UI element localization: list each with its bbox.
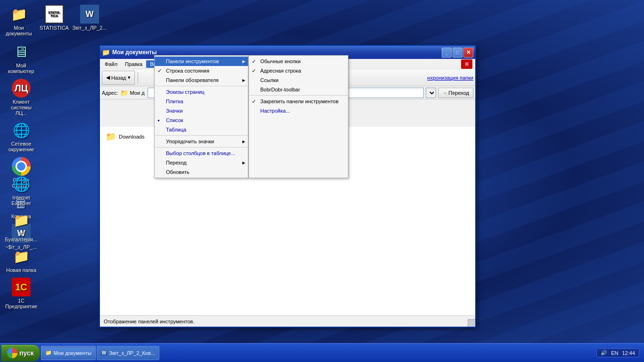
network-icon: 🌐 xyxy=(12,121,31,140)
ie-icon: 🌐 xyxy=(12,174,31,193)
icon-label: Мои документы xyxy=(6,25,32,36)
left-desktop-icons-2: 🌐 Internet Explorer 📁 1С Бухгалтерія... … xyxy=(5,174,38,309)
go-arrow-icon: → xyxy=(442,90,447,96)
status-text: Отображение панелей инструментов. xyxy=(104,319,194,324)
time-label: 12:44 xyxy=(622,350,635,356)
dd-item-list[interactable]: Список xyxy=(155,115,248,125)
icon-label: Internet Explorer xyxy=(12,195,31,206)
icon-label: 1С Бухгалтерія... xyxy=(5,231,37,242)
toolbars-submenu: Обычные кнопки Адресная строка Ссылки Bo… xyxy=(248,55,348,178)
dd-item-std-buttons[interactable]: Обычные кнопки xyxy=(249,57,348,66)
menu-edit[interactable]: Правка xyxy=(121,60,146,68)
dd-toolbars-label: Панели инструментов xyxy=(166,58,219,64)
dd-choose-cols-label: Выбор столбцов в таблице... xyxy=(166,150,235,156)
go-button[interactable]: → Переход xyxy=(438,88,473,98)
dd-item-links[interactable]: Ссылки xyxy=(249,75,348,85)
desktop-icon-1c-buh[interactable]: 📁 1С Бухгалтерія... xyxy=(5,211,38,242)
dd-sub-sep-1 xyxy=(249,95,348,96)
desktop-icon-1c-enterprise[interactable]: 1С 1С Предприятие xyxy=(5,278,38,309)
dd-item-bobrdobr[interactable]: BobrDobr-toolbar xyxy=(249,85,348,94)
close-button[interactable]: ✕ xyxy=(463,48,473,58)
dd-links-label: Ссылки xyxy=(260,77,279,83)
address-dropdown[interactable] xyxy=(426,88,436,98)
back-button[interactable]: ◀ Назад ▾ xyxy=(102,71,135,85)
resize-grip[interactable] xyxy=(468,319,475,327)
windows-logo: ⊞ xyxy=(461,59,472,69)
window-controls: _ □ ✕ xyxy=(442,48,473,58)
dd-item-choose-cols[interactable]: Выбор столбцов в таблице... xyxy=(155,148,248,158)
dd-item-explorer-bars[interactable]: Панели обозревателя xyxy=(155,75,248,85)
back-dropdown-icon: ▾ xyxy=(128,74,131,81)
dd-item-customize[interactable]: Настройка... xyxy=(249,106,348,115)
dd-std-buttons-label: Обычные кнопки xyxy=(260,58,301,64)
taskbar-item-my-docs[interactable]: 📁 Мои документы xyxy=(41,346,96,360)
dd-item-goto[interactable]: Переход xyxy=(155,158,248,167)
system-tray: 🔊 EN 12:44 xyxy=(596,348,639,357)
client-icon: ЛЦ xyxy=(12,79,31,98)
onec-icon: 1С xyxy=(12,278,31,296)
taskbar-right: 🔊 EN 12:44 xyxy=(593,348,643,357)
desktop-icon-my-computer[interactable]: 🖥 Мой компьютер xyxy=(5,42,38,74)
maximize-button[interactable]: □ xyxy=(453,48,462,58)
dd-addr-bar-label: Адресная строка xyxy=(260,68,301,74)
network-tray-icon: 🔊 xyxy=(601,350,607,356)
taskbar-icon-my-docs: 📁 xyxy=(45,350,52,356)
desktop-icon-new-folder[interactable]: 📁 Новая папка xyxy=(5,247,38,273)
dd-customize-label: Настройка... xyxy=(260,108,290,114)
desktop: 📁 Мои документы STATIS- TICA STATISTICA … xyxy=(0,0,644,362)
sync-link[interactable]: нхронизация папки xyxy=(427,75,473,81)
dd-item-thumbnails[interactable]: Эскизы страниц xyxy=(155,87,248,97)
dd-item-addr-bar[interactable]: Адресная строка xyxy=(249,66,348,75)
lang-label: EN xyxy=(611,350,618,356)
dd-item-refresh[interactable]: Обновить xyxy=(155,167,248,177)
computer-icon: 🖥 xyxy=(12,42,31,61)
minimize-button[interactable]: _ xyxy=(442,48,452,58)
icon-label: 1С Предприятие xyxy=(5,298,37,309)
new-folder-icon: 📁 xyxy=(12,247,31,266)
dd-item-table[interactable]: Таблица xyxy=(155,125,248,134)
dd-arrange-label: Упорядочить значки xyxy=(166,139,214,144)
dd-item-lock[interactable]: Закрепить панели инструментов xyxy=(249,97,348,106)
taskbar-icon-zvit: W xyxy=(101,350,107,355)
dd-sep-1 xyxy=(155,86,248,86)
dd-item-status-bar[interactable]: Строка состояния xyxy=(155,66,248,75)
folder-icon-downloads: 📁 xyxy=(106,132,116,142)
dd-goto-label: Переход xyxy=(166,160,187,165)
taskbar-item-zvit[interactable]: W Звіт_з_ЛР_2_Ков... xyxy=(97,346,159,360)
dd-lock-label: Закрепить панели инструментов xyxy=(260,99,339,104)
menu-file[interactable]: Файл xyxy=(101,60,121,68)
desktop-icon-zvit-top[interactable]: W Звіт_з_ЛР_2... xyxy=(73,5,106,36)
folder-1c-icon: 📁 xyxy=(12,211,31,230)
icon-label: Мой компьютер xyxy=(8,63,34,74)
taskbar-label-zvit: Звіт_з_ЛР_2_Ков... xyxy=(109,350,155,356)
desktop-icon-my-docs-top[interactable]: 📁 Мои документы xyxy=(2,5,35,36)
dd-status-bar-label: Строка состояния xyxy=(166,68,209,74)
back-label: Назад xyxy=(111,75,126,81)
icon-label: Сетевое окружение xyxy=(8,141,34,152)
statistica-icon: STATIS- TICA xyxy=(45,5,64,24)
dd-item-tiles[interactable]: Плитка xyxy=(155,97,248,106)
icon-label: Звіт_з_ЛР_2... xyxy=(72,25,107,31)
start-button[interactable]: пуск xyxy=(1,345,40,362)
dd-table-label: Таблица xyxy=(166,127,186,132)
desktop-icon-statistica[interactable]: STATIS- TICA STATISTICA xyxy=(38,5,71,36)
desktop-icon-ie[interactable]: 🌐 Internet Explorer xyxy=(5,174,38,206)
back-arrow-icon: ◀ xyxy=(106,74,110,81)
dropdown-container: Панели инструментов Строка состояния Пан… xyxy=(154,55,348,178)
dd-item-toolbars[interactable]: Панели инструментов xyxy=(155,57,248,66)
dd-item-icons[interactable]: Значки xyxy=(155,106,248,115)
icon-label: STATISTICA xyxy=(40,25,69,31)
taskbar-label-my-docs: Мои документы xyxy=(54,350,91,356)
toolbar-sep-1 xyxy=(138,72,138,83)
dd-list-label: Список xyxy=(166,117,183,123)
dd-thumbnails-label: Эскизы страниц xyxy=(166,89,205,95)
desktop-icon-network[interactable]: 🌐 Сетевое окружение xyxy=(5,121,38,152)
taskbar-items: 📁 Мои документы W Звіт_з_ЛР_2_Ков... xyxy=(41,346,592,360)
desktop-icon-client[interactable]: ЛЦ Клиент системы ЛЦ... xyxy=(5,79,38,116)
dd-item-arrange[interactable]: Упорядочить значки xyxy=(155,137,248,146)
taskbar: пуск 📁 Мои документы W Звіт_з_ЛР_2_Ков..… xyxy=(0,343,644,362)
folder-icon: 📁 xyxy=(9,5,28,24)
address-folder-icon: 📁 xyxy=(120,89,128,97)
chrome-icon xyxy=(12,157,31,176)
top-desktop-icons: 📁 Мои документы STATIS- TICA STATISTICA … xyxy=(2,5,106,36)
